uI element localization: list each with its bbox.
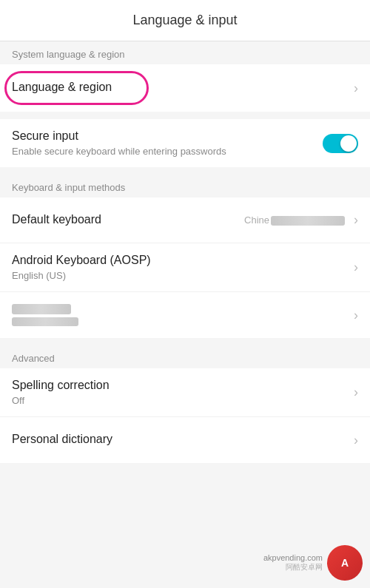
section-divider-2: [0, 167, 370, 175]
watermark-logo: A: [327, 545, 363, 581]
settings-group-advanced: Spelling correction Off › Personal dicti…: [0, 368, 370, 463]
chevron-icon-default-keyboard: ›: [354, 212, 358, 228]
section-divider-3: [0, 338, 370, 345]
chevron-icon-personal-dict: ›: [354, 433, 358, 448]
item-content-language-region: Language & region: [12, 81, 351, 95]
item-subtitle-spelling: Off: [12, 395, 351, 406]
page-title: Language & input: [132, 13, 237, 28]
chevron-icon-blurred-keyboard: ›: [354, 308, 358, 323]
settings-item-android-keyboard[interactable]: Android Keyboard (AOSP) English (US) ›: [0, 243, 370, 292]
item-right-spelling: ›: [351, 385, 358, 400]
item-title-android-keyboard: Android Keyboard (AOSP): [12, 254, 351, 267]
item-title-spelling: Spelling correction: [12, 379, 351, 392]
chevron-icon-spelling: ›: [354, 385, 358, 400]
sidebar-item-language-region[interactable]: Language & region ›: [0, 64, 370, 112]
section-header-keyboard: Keyboard & input methods: [0, 175, 370, 197]
item-right-personal-dict: ›: [351, 433, 358, 448]
top-bar: Language & input: [0, 0, 370, 41]
item-content-spelling: Spelling correction Off: [12, 379, 351, 406]
item-content-secure: Secure input Enable secure keyboard whil…: [12, 129, 323, 157]
item-title-personal-dict: Personal dictionary: [12, 433, 351, 446]
settings-group-system: Language & region ›: [0, 64, 370, 112]
item-right-android-keyboard: ›: [351, 260, 358, 275]
blurred-subtitle-keyboard: [12, 317, 78, 326]
item-value-default-keyboard: Chine: [244, 214, 345, 226]
settings-group-secure: Secure input Enable secure keyboard whil…: [0, 119, 370, 167]
item-content-default-keyboard: Default keyboard: [12, 213, 244, 228]
item-right-secure: [323, 134, 358, 153]
chevron-icon-language-region: ›: [354, 81, 358, 96]
watermark-url: akpvending.com: [263, 553, 323, 562]
item-title-language-region: Language & region: [12, 81, 351, 94]
item-title-default-keyboard: Default keyboard: [12, 213, 244, 226]
blurred-title-keyboard: [12, 304, 71, 314]
settings-item-personal-dictionary[interactable]: Personal dictionary ›: [0, 417, 370, 463]
item-right-language-region: ›: [351, 81, 358, 96]
item-title-secure: Secure input: [12, 129, 323, 143]
settings-group-keyboard: Default keyboard Chine › Android Keyboar…: [0, 197, 370, 338]
settings-item-spelling-correction[interactable]: Spelling correction Off ›: [0, 368, 370, 417]
section-divider-1: [0, 112, 370, 119]
item-right-default-keyboard: Chine ›: [244, 212, 358, 228]
section-header-advanced: Advanced: [0, 345, 370, 368]
watermark: akpvending.com 阿酷安卓网 A: [263, 545, 363, 581]
settings-item-default-keyboard[interactable]: Default keyboard Chine ›: [0, 197, 370, 243]
section-header-system: System language & region: [0, 41, 370, 64]
settings-item-secure-input[interactable]: Secure input Enable secure keyboard whil…: [0, 119, 370, 167]
item-subtitle-android-keyboard: English (US): [12, 270, 351, 281]
item-right-blurred-keyboard: ›: [351, 308, 358, 323]
watermark-site: 阿酷安卓网: [263, 562, 323, 572]
item-content-personal-dict: Personal dictionary: [12, 433, 351, 447]
settings-item-blurred-keyboard[interactable]: ›: [0, 292, 370, 338]
item-content-blurred-keyboard: [12, 304, 351, 326]
item-content-android-keyboard: Android Keyboard (AOSP) English (US): [12, 254, 351, 281]
chevron-icon-android-keyboard: ›: [354, 260, 358, 275]
toggle-secure-input[interactable]: [323, 134, 358, 153]
item-subtitle-secure: Enable secure keyboard while entering pa…: [12, 146, 323, 157]
